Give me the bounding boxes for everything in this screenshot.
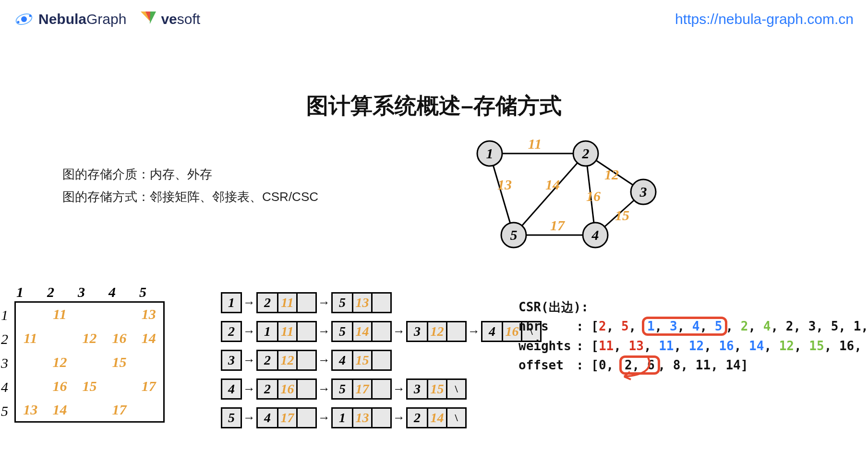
svg-text:17: 17 <box>550 217 565 233</box>
body-text: 图的存储介质：内存、外存 图的存储方式：邻接矩阵、邻接表、CSR/CSC <box>62 163 318 208</box>
csr-title: CSR(出边): <box>518 297 868 317</box>
svg-text:11: 11 <box>528 136 542 152</box>
website-url[interactable]: https://nebula-graph.com.cn <box>675 11 854 27</box>
csr-block: CSR(出边): nbrs: [2, 5, 1, 3, 4, 5, 2, 4, … <box>518 297 868 375</box>
brand2-thin: soft <box>177 11 200 27</box>
svg-text:14: 14 <box>545 177 560 192</box>
svg-line-10 <box>514 154 586 235</box>
nebulagraph-logo: NebulaGraph <box>14 10 126 29</box>
adjlist-row: 2→111→514→312→416\ <box>221 320 542 343</box>
svg-text:13: 13 <box>497 177 512 192</box>
slide-header: NebulaGraph vesoft https://nebula-graph.… <box>14 10 854 29</box>
svg-text:12: 12 <box>604 166 619 182</box>
svg-text:3: 3 <box>639 184 647 200</box>
graph-drawing: 1112131415161712345 <box>461 125 682 264</box>
logos: NebulaGraph vesoft <box>14 10 200 29</box>
brand2-bold: ve <box>161 11 177 27</box>
body-line-2: 图的存储方式：邻接矩阵、邻接表、CSR/CSC <box>62 186 318 208</box>
svg-text:5: 5 <box>510 227 518 243</box>
brand1-bold: Nebula <box>38 11 86 27</box>
weights-label: weights <box>518 336 576 355</box>
svg-text:2: 2 <box>582 145 590 161</box>
vesoft-icon <box>141 12 159 27</box>
nbrs-label: nbrs <box>518 317 576 336</box>
svg-text:15: 15 <box>615 207 629 223</box>
adjlist-row: 4→216→517→315\ <box>221 378 542 400</box>
vesoft-logo: vesoft <box>141 11 200 27</box>
adjacency-matrix: 12345 1113111216141215161517131417 12345 <box>14 283 170 423</box>
adjlist-row: 5→417→113→214\ <box>221 407 542 429</box>
adjlist-row: 3→212→415 <box>221 349 542 371</box>
svg-point-3 <box>29 15 32 17</box>
svg-text:1: 1 <box>486 145 494 161</box>
svg-point-2 <box>17 21 20 24</box>
slide-title: 图计算系统概述–存储方式 <box>0 91 868 121</box>
body-line-1: 图的存储介质：内存、外存 <box>62 163 318 186</box>
svg-point-1 <box>21 16 27 22</box>
brand1-thin: Graph <box>86 11 126 27</box>
adjacency-list: 1→211→5132→111→514→312→416\3→212→4154→21… <box>221 292 542 436</box>
offset-label: offset <box>518 355 576 375</box>
nebula-icon <box>14 10 34 29</box>
adjlist-row: 1→211→513 <box>221 292 542 314</box>
svg-text:16: 16 <box>586 188 601 204</box>
svg-text:4: 4 <box>591 227 599 243</box>
